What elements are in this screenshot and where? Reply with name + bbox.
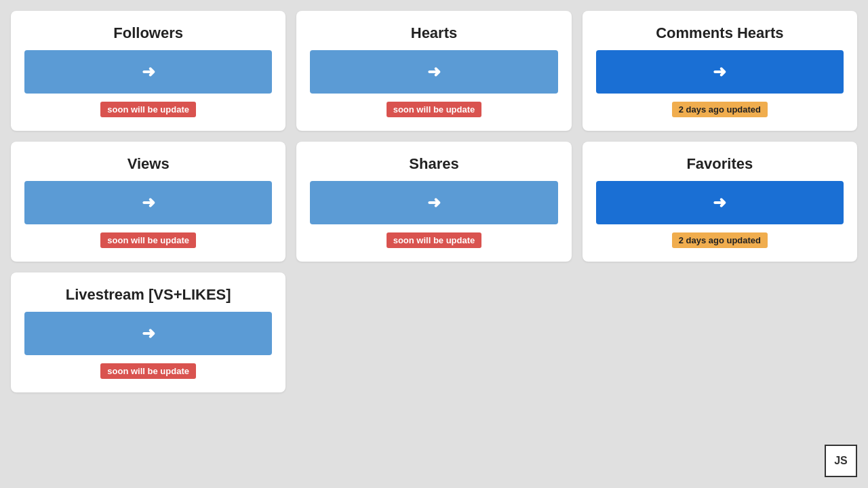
card-title-shares: Shares [409, 155, 458, 173]
card-title-livestream: Livestream [VS+LIKES] [66, 286, 231, 304]
card-comments-hearts: Comments Hearts➜2 days ago updated [583, 11, 857, 131]
card-button-followers[interactable]: ➜ [24, 50, 272, 94]
card-hearts: Hearts➜soon will be update [296, 11, 571, 131]
arrow-icon-favorites: ➜ [713, 193, 726, 212]
badge-shares: soon will be update [387, 232, 482, 248]
card-livestream: Livestream [VS+LIKES]➜soon will be updat… [11, 272, 285, 392]
card-title-hearts: Hearts [411, 24, 457, 42]
arrow-icon-views: ➜ [142, 193, 155, 212]
card-title-views: Views [127, 155, 170, 173]
badge-comments-hearts: 2 days ago updated [672, 102, 768, 117]
card-button-views[interactable]: ➜ [24, 181, 272, 224]
badge-followers: soon will be update [100, 102, 196, 117]
arrow-icon-hearts: ➜ [427, 62, 441, 81]
card-button-comments-hearts[interactable]: ➜ [596, 50, 844, 94]
card-shares: Shares➜soon will be update [296, 142, 571, 262]
card-followers: Followers➜soon will be update [11, 11, 285, 131]
card-title-followers: Followers [113, 24, 183, 42]
badge-views: soon will be update [100, 232, 196, 248]
badge-favorites: 2 days ago updated [672, 232, 768, 248]
arrow-icon-livestream: ➜ [142, 324, 155, 343]
card-button-livestream[interactable]: ➜ [24, 312, 272, 355]
badge-hearts: soon will be update [387, 102, 482, 117]
card-title-comments-hearts: Comments Hearts [656, 24, 783, 42]
card-button-favorites[interactable]: ➜ [596, 181, 844, 224]
badge-livestream: soon will be update [100, 363, 196, 379]
arrow-icon-comments-hearts: ➜ [713, 62, 726, 81]
card-views: Views➜soon will be update [11, 142, 285, 262]
card-button-hearts[interactable]: ➜ [310, 50, 557, 94]
card-favorites: Favorites➜2 days ago updated [583, 142, 857, 262]
arrow-icon-shares: ➜ [427, 193, 441, 212]
arrow-icon-followers: ➜ [142, 62, 155, 81]
card-button-shares[interactable]: ➜ [310, 181, 557, 224]
js-badge: JS [825, 445, 857, 477]
card-title-favorites: Favorites [686, 155, 753, 173]
